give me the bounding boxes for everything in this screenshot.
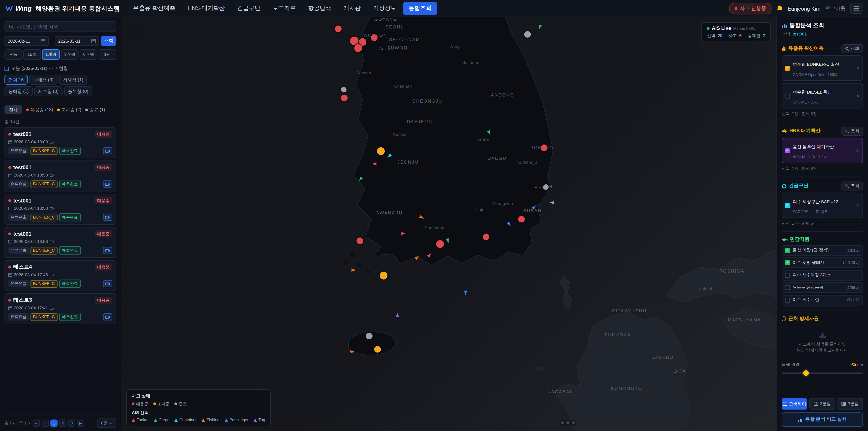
incident-card[interactable]: 테스트4 대응중 2026-03-04 17:45 유류유출 BUNKER_C … [4, 260, 116, 291]
scenario-checkbox[interactable] [785, 65, 790, 70]
radius-slider[interactable] [782, 370, 863, 376]
status-filter-all[interactable]: 전체 [4, 105, 22, 114]
incident-card[interactable]: test001 대응중 2026-03-04 18:58 유류유출 BUNKER… [4, 194, 116, 225]
resource-checkbox[interactable] [785, 273, 790, 278]
app-logo[interactable]: Wing 해양환경 위기대응 통합시스템 [5, 4, 120, 12]
region-chip[interactable]: 서해청 (1) [59, 75, 87, 85]
incident-card[interactable]: 테스트3 대응중 2026-03-04 17:41 유류유출 BUNKER_C … [4, 294, 116, 324]
status-filter[interactable]: 조사중 (2) [57, 106, 81, 113]
view-overlay-button[interactable]: 오버레이 [782, 398, 807, 409]
scenario-checkbox[interactable] [785, 93, 790, 98]
map-incident-marker[interactable] [366, 333, 373, 339]
prev-page-button[interactable]: ‹ [41, 420, 49, 427]
run-analysis-button[interactable]: 통합 분석 비교 실행 [782, 412, 863, 427]
map-incident-marker[interactable] [380, 272, 388, 279]
incident-card[interactable]: test001 대응중 2026-03-04 18:58 유류유출 BUNKER… [4, 227, 116, 258]
map-incident-marker[interactable] [541, 145, 548, 151]
map-incident-marker[interactable] [341, 95, 348, 101]
map-incident-marker[interactable] [543, 184, 548, 190]
map-incident-marker[interactable] [377, 147, 385, 155]
resource-row[interactable]: 오동도 해상공원 (125ha) [782, 282, 863, 293]
legend-ais-item[interactable]: Cargo [154, 418, 169, 423]
range-button[interactable]: 1년 [99, 49, 116, 60]
map-vessel-marker[interactable] [537, 24, 542, 30]
nav-item-5[interactable]: 게시판 [338, 2, 366, 15]
page-button-2[interactable]: 2 [59, 420, 66, 427]
sar-query-button[interactable]: 조회 [841, 182, 863, 190]
region-chip[interactable]: 전체 16 [4, 75, 28, 85]
first-page-button[interactable]: « [33, 420, 40, 427]
resource-checkbox[interactable] [785, 298, 790, 302]
legend-status-item[interactable]: 조사중 [153, 401, 169, 406]
nav-item-4[interactable]: 항공탐색 [303, 2, 337, 15]
map-incident-marker[interactable] [374, 346, 381, 352]
range-button[interactable]: 3개월 [61, 49, 79, 60]
incident-video-button[interactable] [103, 313, 113, 320]
next-page-button[interactable]: ▶ [77, 420, 84, 427]
resource-checkbox[interactable] [785, 260, 790, 265]
region-chip[interactable]: 남해청 (3) [29, 75, 57, 85]
map-area[interactable]: GOYANGSEOULINCHEONSEONGNAMSUWONAnsanWonj… [121, 17, 776, 431]
nav-item-1[interactable]: HNS·대기확산 [182, 2, 230, 15]
hns-scenario-item[interactable]: 울산 톨루엔 대기확산 ALOHA · 1.5t · 1.2km ✕ [782, 138, 863, 163]
map-incident-marker[interactable] [561, 421, 564, 425]
map-incident-marker[interactable] [341, 87, 346, 92]
hamburger-menu-button[interactable] [850, 3, 863, 14]
map-vessel-marker[interactable] [350, 349, 355, 353]
view-split3-button[interactable]: 3분할 [837, 398, 863, 409]
map-vessel-marker[interactable] [396, 313, 399, 317]
resource-row[interactable]: 여수 해수욕장 3개소 [782, 270, 863, 280]
legend-ais-item[interactable]: Tanker [132, 418, 149, 423]
map-incident-marker[interactable] [436, 240, 444, 248]
status-filter[interactable]: 대응중 (13) [26, 106, 53, 113]
incident-video-button[interactable] [103, 214, 113, 221]
map-incident-marker[interactable] [354, 44, 362, 52]
map-vessel-marker[interactable] [487, 130, 492, 135]
legend-status-item[interactable]: 종료 [175, 401, 187, 406]
view-split2-button[interactable]: 2분할 [809, 398, 835, 409]
incident-video-button[interactable] [103, 247, 113, 254]
status-filter[interactable]: 종료 (1) [85, 106, 105, 113]
page-size-select[interactable]: 6건 ⌄ [98, 418, 116, 428]
search-input[interactable] [17, 24, 112, 29]
oil-scenario-item[interactable]: 여수항 BUNKER-C 확산 GNOME·OpenDrift · 150kL … [782, 55, 863, 81]
resource-checkbox[interactable] [785, 248, 790, 253]
region-chip[interactable]: 제주청 (0) [34, 86, 62, 96]
map-incident-marker[interactable] [518, 216, 525, 222]
map-vessel-marker[interactable] [401, 232, 406, 236]
region-chip[interactable]: 중부청 (0) [64, 86, 92, 96]
nav-item-7[interactable]: 통합조회 [403, 2, 437, 15]
map-incident-marker[interactable] [566, 421, 569, 425]
map-vessel-marker[interactable] [372, 162, 377, 166]
map-vessel-marker[interactable] [506, 221, 512, 227]
map-incident-marker[interactable] [572, 421, 575, 425]
date-query-button[interactable]: 조회 [101, 36, 116, 46]
date-from-field[interactable]: 2026-02-11 [4, 36, 49, 46]
close-icon[interactable]: ✕ [856, 93, 860, 98]
legend-ais-item[interactable]: Passenger [224, 418, 248, 423]
map-incident-marker[interactable] [356, 238, 363, 244]
nav-item-6[interactable]: 기상정보 [368, 2, 402, 15]
page-button-3[interactable]: 3 [68, 420, 75, 427]
oil-query-button[interactable]: 조회 [841, 44, 863, 53]
range-button[interactable]: 15일 [23, 49, 41, 60]
nav-item-0[interactable]: 유출유 확산예측 [127, 2, 181, 15]
search-box[interactable] [4, 21, 116, 32]
map-incident-marker[interactable] [371, 34, 377, 41]
map-vessel-marker[interactable] [351, 269, 356, 272]
map-vessel-marker[interactable] [427, 252, 432, 258]
slider-thumb[interactable] [803, 370, 809, 376]
oil-scenario-item[interactable]: 여수항 DIESEL 확산 GNOME · 30kL ✕ [782, 83, 863, 109]
map-vessel-marker[interactable] [358, 177, 363, 182]
map-vessel-marker[interactable] [419, 215, 425, 220]
map-vessel-marker[interactable] [414, 255, 420, 260]
nav-item-3[interactable]: 보고자료 [267, 2, 301, 15]
close-icon[interactable]: ✕ [856, 203, 860, 208]
incident-video-button[interactable] [103, 280, 113, 287]
map-vessel-marker[interactable] [386, 153, 392, 159]
incident-card[interactable]: test001 대응중 2026-03-04 18:58 유류유출 BUNKER… [4, 160, 116, 191]
map-vessel-marker[interactable] [464, 291, 467, 295]
map-incident-marker[interactable] [483, 234, 489, 240]
legend-ais-item[interactable]: Container [175, 418, 197, 423]
map-vessel-marker[interactable] [550, 201, 554, 204]
